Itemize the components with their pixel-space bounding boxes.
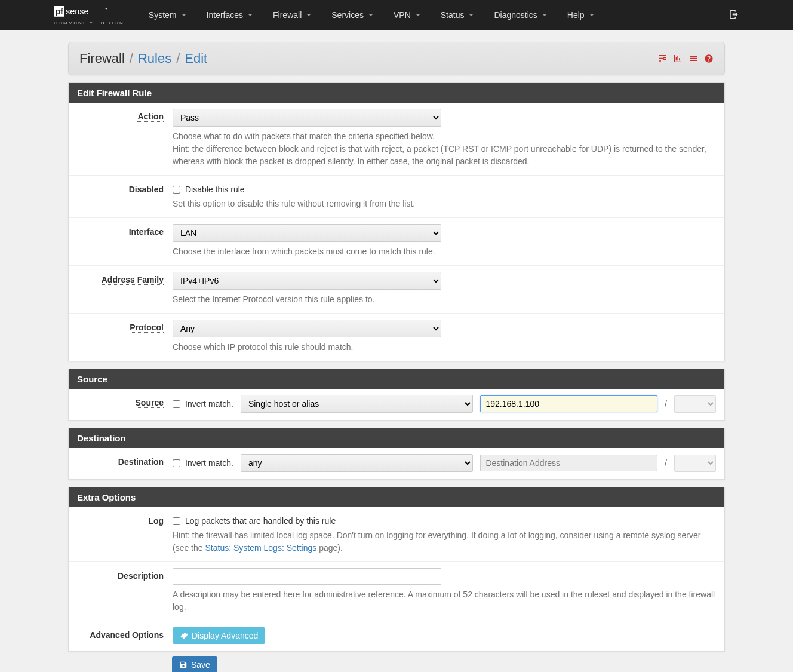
panel-heading: Destination [69,428,724,448]
help-address-family: Select the Internet Protocol version thi… [173,293,716,306]
destination-address-input [480,455,657,471]
label-address-family: Address Family [102,275,164,285]
help-log: Hint: the firewall has limited local log… [173,529,716,554]
nav-services[interactable]: Services [322,2,383,28]
save-button[interactable]: Save [172,656,217,672]
label-destination: Destination [118,457,164,467]
help-icon[interactable] [704,54,714,63]
field-destination: Destination Invert match. any / [69,448,724,479]
field-address-family: Address Family IPv4+IPv6 Select the Inte… [69,266,724,314]
source-address-input[interactable] [480,395,657,412]
address-family-select[interactable]: IPv4+IPv6 [173,272,441,290]
field-disabled: Disabled Disable this rule Set this opti… [69,176,724,218]
label-source: Source [136,398,164,408]
label-advanced-options: Advanced Options [90,630,164,640]
panel-edit-firewall-rule: Edit Firewall Rule Action Pass Choose wh… [68,82,725,361]
pfsense-logo-icon: pf sense [54,5,113,19]
nav-diagnostics[interactable]: Diagnostics [484,2,556,28]
save-icon [179,661,188,669]
help-description: A description may be entered here for ad… [173,588,716,613]
page-header: Firewall / Rules / Edit [68,42,725,75]
top-navbar: pf sense COMMUNITY EDITION System Interf… [0,0,793,30]
disabled-checkbox[interactable] [173,186,180,194]
source-type-select[interactable]: Single host or alias [241,395,474,413]
log-checkbox-label[interactable]: Log packets that are handled by this rul… [173,513,716,526]
panel-extra-options: Extra Options Log Log packets that are h… [68,487,725,652]
label-action: Action [137,112,164,122]
field-source: Source Invert match. Single host or alia… [69,389,724,420]
source-mask-select[interactable] [674,395,716,413]
nav-system[interactable]: System [139,2,196,28]
destination-invert-checkbox[interactable] [173,459,180,467]
cog-icon [180,631,188,640]
sliders-icon[interactable] [657,54,667,63]
logout-icon[interactable] [729,9,739,20]
panel-source: Source Source Invert match. Single host … [68,369,725,421]
panel-heading: Source [69,369,724,389]
save-row: Save [68,652,725,672]
nav-firewall[interactable]: Firewall [263,2,321,28]
action-select[interactable]: Pass [173,109,441,127]
source-invert-checkbox[interactable] [173,400,180,408]
field-description: Description A description may be entered… [69,562,724,621]
field-action: Action Pass Choose what to do with packe… [69,103,724,176]
field-log: Log Log packets that are handled by this… [69,507,724,562]
caret-down-icon [368,14,373,16]
syslog-settings-link[interactable]: Status: System Logs: Settings [205,543,316,553]
breadcrumb-rules[interactable]: Rules [138,51,171,66]
brand-subtitle: COMMUNITY EDITION [54,20,124,26]
svg-point-3 [106,8,107,9]
nav-help[interactable]: Help [558,2,604,28]
field-protocol: Protocol Any Choose which IP protocol th… [69,314,724,361]
label-disabled: Disabled [129,185,164,194]
help-interface: Choose the interface from which packets … [173,246,716,258]
destination-type-select[interactable]: any [241,454,474,472]
caret-down-icon [182,14,186,16]
label-interface: Interface [129,227,164,237]
log-checkbox[interactable] [173,517,180,525]
panel-heading: Edit Firewall Rule [69,83,724,103]
panel-destination: Destination Destination Invert match. an… [68,428,725,480]
field-advanced-options: Advanced Options Display Advanced [69,621,724,651]
help-disabled: Set this option to disable this rule wit… [173,198,716,210]
field-interface: Interface LAN Choose the interface from … [69,218,724,266]
breadcrumb-firewall: Firewall [79,51,125,66]
caret-down-icon [248,14,253,16]
description-input[interactable] [173,568,441,585]
source-invert-label[interactable]: Invert match. [173,399,233,409]
bar-chart-icon[interactable] [673,54,683,63]
svg-text:pf: pf [55,7,63,16]
protocol-select[interactable]: Any [173,320,441,337]
label-log: Log [148,516,164,526]
caret-down-icon [306,14,311,16]
nav-vpn[interactable]: VPN [384,2,430,28]
caret-down-icon [542,14,547,16]
log-icon[interactable] [689,54,698,63]
brand-logo[interactable]: pf sense COMMUNITY EDITION [54,5,124,26]
help-protocol: Choose which IP protocol this rule shoul… [173,341,716,354]
interface-select[interactable]: LAN [173,224,441,242]
label-description: Description [118,571,164,581]
nav-status[interactable]: Status [431,2,484,28]
breadcrumb-edit[interactable]: Edit [185,51,207,66]
panel-heading: Extra Options [69,487,724,507]
disabled-checkbox-label[interactable]: Disable this rule [173,182,716,194]
caret-down-icon [469,14,474,16]
destination-invert-label[interactable]: Invert match. [173,458,233,468]
help-action: Choose what to do with packets that matc… [173,130,716,168]
nav-interfaces[interactable]: Interfaces [197,2,262,28]
caret-down-icon [589,14,594,16]
svg-text:sense: sense [66,7,89,16]
destination-mask-select [674,455,716,472]
nav-menu: System Interfaces Firewall Services VPN … [139,2,604,28]
label-protocol: Protocol [130,323,164,333]
display-advanced-button[interactable]: Display Advanced [173,627,265,644]
breadcrumb: Firewall / Rules / Edit [79,51,207,66]
caret-down-icon [416,14,420,16]
